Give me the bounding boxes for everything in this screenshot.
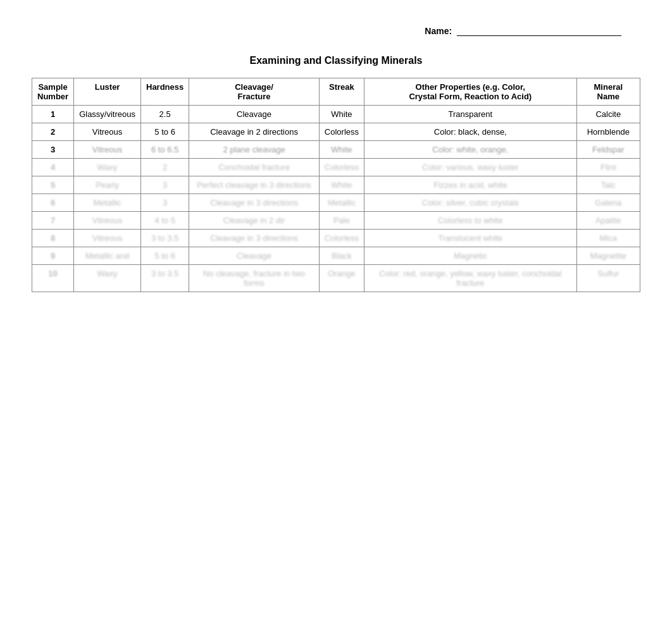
col-header-other: Other Properties (e.g. Color,Crystal For… <box>364 78 577 106</box>
table-cell: Calcite <box>576 106 640 123</box>
col-header-cleavage: Cleavage/Fracture <box>189 78 320 106</box>
table-cell: Cleavage <box>189 106 320 123</box>
minerals-table: SampleNumber Luster Hardness Cleavage/Fr… <box>32 78 640 292</box>
table-cell: Color: various, waxy luster <box>364 159 577 176</box>
table-cell: Perfect cleavage in 3 directions <box>189 176 320 194</box>
table-cell: 2.5 <box>141 106 189 123</box>
table-cell: Color: white, orange, <box>364 141 577 159</box>
table-cell: Metallic <box>319 194 364 212</box>
table-cell: Color: black, dense, <box>364 123 577 141</box>
table-cell: White <box>319 141 364 159</box>
name-label: Name: <box>425 26 452 36</box>
table-cell: Black <box>319 247 364 265</box>
table-cell: White <box>319 106 364 123</box>
table-cell: Orange <box>319 265 364 292</box>
table-cell: 3 to 3.5 <box>141 230 189 247</box>
page: Name: Examining and Classifying Minerals… <box>0 0 672 317</box>
table-cell: 6 to 6.5 <box>141 141 189 159</box>
table-row: 9Metallic and5 to 6CleavageBlackMagnetic… <box>32 247 640 265</box>
table-row: 7Vitreous4 to 5Cleavage in 2 dirPaleColo… <box>32 212 640 230</box>
table-cell: Cleavage in 2 directions <box>189 123 320 141</box>
table-cell: Color: red, orange, yellow, waxy luster,… <box>364 265 577 292</box>
table-cell: 3 <box>32 141 74 159</box>
table-cell: Cleavage in 2 dir <box>189 212 320 230</box>
table-cell: Colorless <box>319 123 364 141</box>
table-cell: Metallic and <box>74 247 141 265</box>
table-cell: 2 <box>141 159 189 176</box>
table-cell: Color: silver, cubic crystals <box>364 194 577 212</box>
table-cell: 7 <box>32 212 74 230</box>
table-cell: Translucent white <box>364 230 577 247</box>
table-cell: Waxy <box>74 265 141 292</box>
table-row: 5Pearly3Perfect cleavage in 3 directions… <box>32 176 640 194</box>
table-row: 10Waxy3 to 3.5No cleavage, fracture in t… <box>32 265 640 292</box>
table-cell: 10 <box>32 265 74 292</box>
table-cell: White <box>319 176 364 194</box>
col-header-sample: SampleNumber <box>32 78 74 106</box>
table-cell: Colorless <box>319 159 364 176</box>
table-cell: Colorless to white <box>364 212 577 230</box>
table-cell: Pearly <box>74 176 141 194</box>
col-header-mineral: Mineral Name <box>576 78 640 106</box>
table-cell: 1 <box>32 106 74 123</box>
table-cell: Vitreous <box>74 123 141 141</box>
table-cell: Transparent <box>364 106 577 123</box>
table-cell: Conchoidal fracture <box>189 159 320 176</box>
table-cell: 3 <box>141 176 189 194</box>
table-cell: No cleavage, fracture in two forms <box>189 265 320 292</box>
col-header-hardness: Hardness <box>141 78 189 106</box>
table-cell: Feldspar <box>576 141 640 159</box>
table-cell: 6 <box>32 194 74 212</box>
name-underline <box>457 25 621 36</box>
table-cell: 5 <box>32 176 74 194</box>
table-cell: Vitreous <box>74 230 141 247</box>
table-cell: Fizzes in acid, white <box>364 176 577 194</box>
table-cell: 3 <box>141 194 189 212</box>
table-cell: 3 to 3.5 <box>141 265 189 292</box>
table-cell: Cleavage in 3 directions <box>189 230 320 247</box>
name-line: Name: <box>32 25 640 36</box>
table-cell: Talc <box>576 176 640 194</box>
table-cell: Mica <box>576 230 640 247</box>
table-cell: Colorless <box>319 230 364 247</box>
page-title: Examining and Classifying Minerals <box>32 55 640 66</box>
table-cell: Sulfur <box>576 265 640 292</box>
table-cell: 2 <box>32 123 74 141</box>
table-cell: 5 to 6 <box>141 123 189 141</box>
table-cell: Magnetite <box>576 247 640 265</box>
table-cell: Waxy <box>74 159 141 176</box>
table-cell: Metallic <box>74 194 141 212</box>
table-cell: Hornblende <box>576 123 640 141</box>
table-cell: Vitreous <box>74 212 141 230</box>
table-cell: Cleavage <box>189 247 320 265</box>
table-cell: 8 <box>32 230 74 247</box>
col-header-streak: Streak <box>319 78 364 106</box>
table-cell: Cleavage in 3 directions <box>189 194 320 212</box>
table-cell: Pale <box>319 212 364 230</box>
table-row: 4Waxy2Conchoidal fractureColorlessColor:… <box>32 159 640 176</box>
col-header-luster: Luster <box>74 78 141 106</box>
table-cell: 4 <box>32 159 74 176</box>
table-cell: 9 <box>32 247 74 265</box>
table-cell: Galena <box>576 194 640 212</box>
table-cell: Glassy/vitreous <box>74 106 141 123</box>
table-row: 1Glassy/vitreous2.5CleavageWhiteTranspar… <box>32 106 640 123</box>
table-cell: Magnetic <box>364 247 577 265</box>
table-row: 3Vitreous6 to 6.52 plane cleavageWhiteCo… <box>32 141 640 159</box>
table-cell: Vitreous <box>74 141 141 159</box>
table-row: 6Metallic3Cleavage in 3 directionsMetall… <box>32 194 640 212</box>
table-cell: 4 to 5 <box>141 212 189 230</box>
table-row: 2Vitreous5 to 6Cleavage in 2 directionsC… <box>32 123 640 141</box>
table-cell: 5 to 6 <box>141 247 189 265</box>
table-row: 8Vitreous3 to 3.5Cleavage in 3 direction… <box>32 230 640 247</box>
table-cell: Apatite <box>576 212 640 230</box>
table-cell: 2 plane cleavage <box>189 141 320 159</box>
table-cell: Flint <box>576 159 640 176</box>
